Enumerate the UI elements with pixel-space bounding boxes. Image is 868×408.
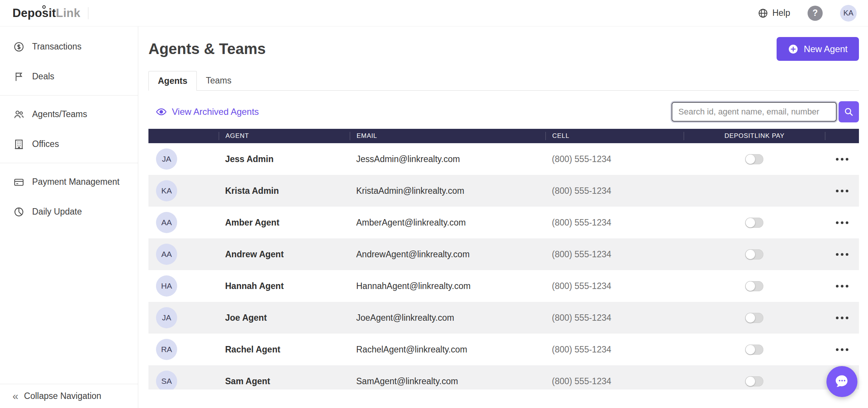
- view-archived-agents-link[interactable]: View Archived Agents: [156, 106, 259, 117]
- tab-teams[interactable]: Teams: [197, 71, 241, 90]
- agent-name: Jess Admin: [219, 154, 350, 164]
- table-row: HA Hannah Agent HannahAgent@linkrealty.c…: [148, 270, 859, 302]
- sidebar-item-label: Payment Management: [32, 177, 119, 187]
- agent-email: KristaAdmin@linkrealty.com: [350, 186, 545, 196]
- column-header-avatar: [148, 132, 219, 140]
- table-row: JA Joe Agent JoeAgent@linkrealty.com (80…: [148, 302, 859, 334]
- column-header-cell: CELL: [545, 132, 684, 140]
- table-row: SA Sam Agent SamAgent@linkrealty.com (80…: [148, 365, 859, 389]
- agent-name: Amber Agent: [219, 218, 350, 228]
- toggle-knob: [746, 345, 755, 354]
- chat-widget-button[interactable]: [826, 366, 857, 397]
- depositlink-pay-toggle[interactable]: [745, 376, 763, 386]
- ellipsis-icon: [836, 158, 839, 161]
- sidebar-item-label: Deals: [32, 71, 54, 82]
- search-button[interactable]: [839, 101, 859, 122]
- agent-avatar: SA: [156, 371, 177, 389]
- agent-avatar: AA: [156, 212, 177, 233]
- sidebar: Transactions Deals Agents/Teams Offices: [0, 26, 138, 408]
- plus-circle-icon: [788, 44, 798, 54]
- user-avatar[interactable]: KA: [840, 5, 857, 22]
- ellipsis-icon: [836, 317, 839, 319]
- row-actions-button[interactable]: [833, 314, 851, 322]
- sidebar-item-label: Transactions: [32, 42, 82, 52]
- agent-name: Andrew Agent: [219, 249, 350, 260]
- main-content: Agents & Teams New Agent Agents Teams Vi…: [138, 26, 868, 408]
- depositlink-pay-toggle[interactable]: [745, 218, 763, 228]
- agent-email: JessAdmin@linkrealty.com: [350, 154, 545, 164]
- dollar-circle-icon: [13, 41, 25, 53]
- depositlink-pay-toggle[interactable]: [745, 154, 763, 164]
- agent-avatar: KA: [156, 180, 177, 201]
- new-agent-label: New Agent: [804, 44, 848, 54]
- row-actions-button[interactable]: [833, 345, 851, 354]
- flag-icon: [13, 71, 25, 82]
- double-chevron-left-icon: «: [12, 391, 19, 402]
- sidebar-item-label: Agents/Teams: [32, 109, 87, 119]
- agent-name: Hannah Agent: [219, 281, 350, 291]
- agent-cell: (800) 555-1234: [545, 218, 684, 228]
- search-icon: [843, 106, 854, 117]
- sidebar-item-daily-update[interactable]: Daily Update: [0, 197, 138, 227]
- table-row: AA Andrew Agent AndrewAgent@linkrealty.c…: [148, 238, 859, 270]
- search-input[interactable]: [672, 102, 837, 122]
- page-title: Agents & Teams: [148, 40, 266, 57]
- toggle-knob: [746, 313, 755, 323]
- column-header-agent: AGENT: [219, 132, 350, 140]
- collapse-navigation-label: Collapse Navigation: [24, 391, 102, 401]
- table-row: AA Amber Agent AmberAgent@linkrealty.com…: [148, 207, 859, 238]
- brand-name-bold: Deposit: [12, 6, 56, 20]
- brand-logo: DepositLink: [12, 6, 80, 20]
- agent-name: Joe Agent: [219, 313, 350, 323]
- row-actions-button[interactable]: [833, 282, 851, 291]
- logo-accent: [42, 5, 46, 9]
- table-row: RA Rachel Agent RachelAgent@linkrealty.c…: [148, 334, 859, 365]
- row-actions-button[interactable]: [833, 155, 851, 164]
- agent-avatar: JA: [156, 307, 177, 328]
- depositlink-pay-toggle[interactable]: [745, 345, 763, 355]
- ellipsis-icon: [836, 253, 839, 256]
- agent-avatar: RA: [156, 339, 177, 360]
- question-icon[interactable]: ?: [808, 6, 823, 21]
- new-agent-button[interactable]: New Agent: [777, 37, 859, 61]
- agent-cell: (800) 555-1234: [545, 313, 684, 323]
- agent-email: JoeAgent@linkrealty.com: [350, 313, 545, 323]
- sidebar-item-transactions[interactable]: Transactions: [0, 32, 138, 62]
- tabs-bar: Agents Teams: [148, 71, 859, 91]
- sidebar-item-deals[interactable]: Deals: [0, 62, 138, 91]
- sidebar-item-offices[interactable]: Offices: [0, 129, 138, 159]
- chat-bubble-icon: [834, 373, 850, 390]
- help-button[interactable]: Help: [758, 8, 790, 19]
- agent-cell: (800) 555-1234: [545, 249, 684, 260]
- agent-cell: (800) 555-1234: [545, 376, 684, 386]
- collapse-navigation-button[interactable]: « Collapse Navigation: [0, 384, 138, 408]
- row-actions-button[interactable]: [833, 218, 851, 227]
- ellipsis-icon: [836, 348, 839, 351]
- row-actions-button[interactable]: [833, 187, 851, 195]
- logo-divider: [88, 7, 88, 19]
- agents-table-header: AGENT EMAIL CELL DEPOSITLINK PAY: [148, 129, 859, 143]
- table-row: JA Jess Admin JessAdmin@linkrealty.com (…: [148, 143, 859, 175]
- globe-icon: [758, 8, 768, 19]
- agents-table-body: JA Jess Admin JessAdmin@linkrealty.com (…: [148, 143, 859, 389]
- depositlink-pay-toggle[interactable]: [745, 313, 763, 323]
- help-label: Help: [772, 8, 790, 18]
- depositlink-pay-toggle[interactable]: [745, 249, 763, 260]
- row-actions-button[interactable]: [833, 250, 851, 259]
- column-header-email: EMAIL: [350, 132, 545, 140]
- depositlink-pay-toggle[interactable]: [745, 281, 763, 291]
- sidebar-item-payment-management[interactable]: Payment Management: [0, 167, 138, 197]
- agent-email: AmberAgent@linkrealty.com: [350, 218, 545, 228]
- agent-email: HannahAgent@linkrealty.com: [350, 281, 545, 291]
- column-header-depositlink-pay: DEPOSITLINK PAY: [684, 132, 825, 140]
- agent-name: Rachel Agent: [219, 345, 350, 355]
- agent-avatar: AA: [156, 244, 177, 265]
- ellipsis-icon: [836, 285, 839, 287]
- sidebar-item-agents-teams[interactable]: Agents/Teams: [0, 99, 138, 129]
- toggle-knob: [746, 377, 755, 386]
- pie-chart-icon: [13, 206, 25, 218]
- tab-agents[interactable]: Agents: [148, 71, 197, 91]
- ellipsis-icon: [836, 221, 839, 224]
- agent-avatar: HA: [156, 275, 177, 297]
- view-archived-agents-label: View Archived Agents: [172, 107, 259, 117]
